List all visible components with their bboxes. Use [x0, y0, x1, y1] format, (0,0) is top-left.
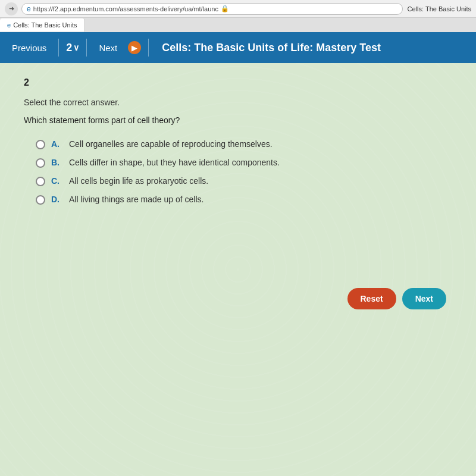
- favicon: e: [27, 5, 31, 13]
- radio-c[interactable]: [36, 177, 45, 186]
- question-number-nav: 2 ∨: [66, 42, 79, 54]
- answer-option-d[interactable]: D. All living things are made up of cell…: [36, 195, 452, 205]
- question-num-label: 2: [66, 42, 72, 54]
- tab-text: Cells: The Basic Units: [408, 5, 471, 12]
- tab-bar: e Cells: The Basic Units: [0, 18, 476, 32]
- text-d: All living things are made up of cells.: [69, 195, 203, 204]
- label-d: D.: [51, 195, 63, 204]
- answer-options-list: A. Cell organelles are capable of reprod…: [36, 139, 452, 205]
- text-a: Cell organelles are capable of reproduci…: [69, 139, 273, 149]
- question-text: Which statement forms part of cell theor…: [24, 115, 452, 125]
- nav-divider: [58, 39, 59, 57]
- answer-option-c[interactable]: C. All cells begin life as prokaryotic c…: [36, 176, 452, 186]
- page-title: Cells: The Basic Units of Life: Mastery …: [162, 42, 381, 54]
- label-c: C.: [51, 176, 63, 186]
- label-a: A.: [51, 139, 63, 149]
- question-chevron-icon[interactable]: ∨: [73, 43, 79, 52]
- text-b: Cells differ in shape, but they have ide…: [69, 158, 280, 167]
- instruction-text: Select the correct answer.: [24, 98, 452, 107]
- nav-divider-2: [86, 39, 87, 57]
- question-number-display: 2: [24, 77, 452, 88]
- browser-chrome: ➜ e https://f2.app.edmentum.com/assessme…: [0, 0, 476, 18]
- answer-option-b[interactable]: B. Cells differ in shape, but they have …: [36, 158, 452, 168]
- label-b: B.: [51, 158, 63, 167]
- answer-option-a[interactable]: A. Cell organelles are capable of reprod…: [36, 139, 452, 149]
- next-circle-icon[interactable]: ▶: [128, 41, 141, 54]
- reset-button[interactable]: Reset: [347, 288, 396, 309]
- url-text: https://f2.app.edmentum.com/assessments-…: [33, 5, 218, 12]
- radio-d[interactable]: [36, 195, 45, 205]
- radio-a[interactable]: [36, 140, 45, 149]
- radio-b[interactable]: [36, 158, 45, 168]
- text-c: All cells begin life as prokaryotic cell…: [69, 176, 208, 186]
- main-content: 2 Select the correct answer. Which state…: [0, 63, 476, 476]
- nav-divider-3: [148, 39, 149, 57]
- active-tab[interactable]: e Cells: The Basic Units: [0, 18, 85, 32]
- top-nav-bar: Previous 2 ∨ Next ▶ Cells: The Basic Uni…: [0, 32, 476, 63]
- browser-back-button[interactable]: ➜: [5, 2, 18, 15]
- next-nav-button[interactable]: Next: [94, 40, 122, 55]
- previous-button[interactable]: Previous: [7, 40, 51, 55]
- next-button[interactable]: Next: [402, 288, 446, 309]
- address-bar[interactable]: e https://f2.app.edmentum.com/assessment…: [21, 3, 403, 15]
- action-buttons: Reset Next: [347, 288, 447, 309]
